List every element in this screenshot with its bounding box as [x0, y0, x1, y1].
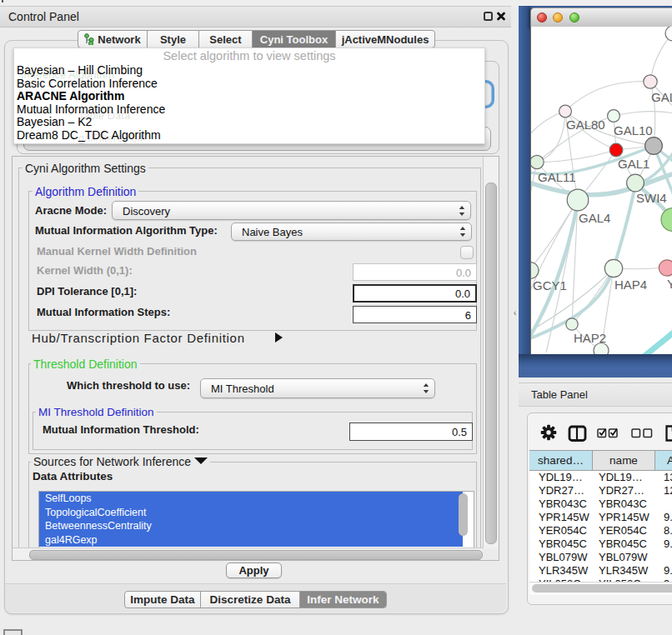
svg-text:GAL1: GAL1: [618, 157, 649, 171]
svg-text:GAL11: GAL11: [538, 170, 576, 184]
svg-text:Y: Y: [667, 277, 672, 291]
svg-text:HAP2: HAP2: [574, 331, 606, 345]
svg-text:GAL10: GAL10: [614, 123, 653, 138]
svg-text:SWI4: SWI4: [636, 191, 667, 205]
svg-text:GAL8: GAL8: [651, 90, 672, 104]
svg-text:GAL4: GAL4: [579, 211, 610, 225]
svg-text:GCY1: GCY1: [533, 278, 567, 292]
svg-text:GAL80: GAL80: [566, 118, 605, 132]
svg-text:HAP4: HAP4: [614, 278, 647, 292]
